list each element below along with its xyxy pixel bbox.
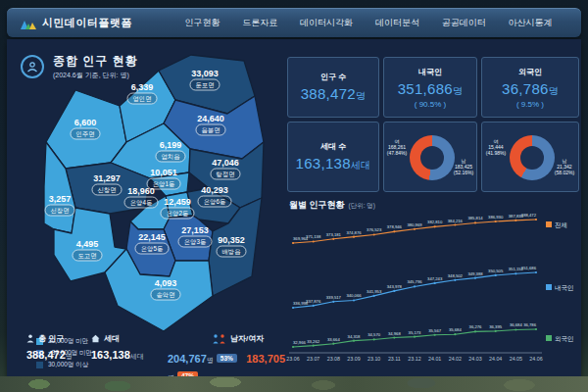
x-tick-label: 23.09 — [347, 356, 360, 362]
svg-text:349,388: 349,388 — [467, 271, 483, 276]
svg-text:36,276: 36,276 — [469, 324, 482, 329]
asan-region-map: 6,600인주면 6,339영인면 33,093둔포면 24,640음봉면 6,… — [13, 49, 277, 343]
series-외국인: 32,96633,26233,66434,31834,57034,96835,1… — [292, 322, 537, 348]
donut-card-foreigners-gender: 여15,444(41.98%) 남21,342(58.02%) — [481, 122, 579, 192]
svg-text:350,505: 350,505 — [488, 269, 504, 273]
svg-text:34,570: 34,570 — [368, 332, 380, 337]
platform-logo[interactable]: 시민데이터플랫폼 — [21, 16, 168, 30]
legend-내국인: 내국인 — [546, 284, 574, 291]
svg-text:24,640: 24,640 — [197, 114, 224, 123]
svg-text:신창면: 신창면 — [98, 186, 117, 194]
card-population-total: 인구 수 388,472명 — [287, 57, 379, 118]
nav-item-population[interactable]: 인구현황 — [184, 17, 220, 29]
svg-text:12,459: 12,459 — [164, 197, 191, 207]
nav-menu: 인구현황 드론자료 데이터시각화 데이터분석 공공데이터 아산시통계 — [168, 17, 581, 29]
household-icon — [91, 334, 100, 343]
svg-text:온양6동: 온양6동 — [204, 198, 225, 206]
svg-text:36,786: 36,786 — [523, 322, 536, 327]
svg-text:27,153: 27,153 — [181, 225, 209, 235]
nav-item-asan-stats[interactable]: 아산시통계 — [509, 17, 553, 29]
nav-item-visualization[interactable]: 데이터시각화 — [300, 17, 353, 29]
series-전체: 369,964371,138373,181374,876376,523378,9… — [292, 213, 537, 244]
foreigners-male-label: 남21,342(58.02%) — [552, 158, 577, 175]
svg-text:340,066: 340,066 — [346, 293, 362, 298]
x-tick-label: 23.11 — [388, 356, 401, 362]
svg-text:6,600: 6,600 — [74, 118, 97, 127]
svg-text:22,145: 22,145 — [138, 232, 166, 242]
card-foreigners-percent: ( 9.5% ) — [516, 100, 544, 109]
svg-text:339,517: 339,517 — [326, 295, 342, 300]
svg-text:도고면: 도고면 — [78, 252, 97, 259]
nationals-female-label: 여168,261(47.84%) — [384, 138, 410, 156]
svg-text:385,814: 385,814 — [467, 216, 483, 220]
nav-item-drone[interactable]: 드론자료 — [242, 17, 277, 29]
total-population-value: 388,472명 — [26, 349, 91, 362]
male-female-icon — [213, 334, 226, 344]
male-value: 204,767명 — [168, 353, 214, 365]
household-label: 세대 — [104, 333, 120, 344]
x-tick-label: 23.08 — [327, 356, 340, 362]
card-households-title: 세대 수 — [320, 141, 346, 152]
card-nationals-title: 내국인 — [418, 67, 442, 77]
svg-text:35,173: 35,173 — [409, 330, 421, 335]
x-tick-label: 24.05 — [510, 356, 522, 362]
svg-text:388,472: 388,472 — [521, 213, 537, 218]
x-tick-label: 24.06 — [529, 356, 542, 362]
household-value: 163,138세대 — [91, 349, 168, 362]
svg-text:18,960: 18,960 — [127, 186, 155, 196]
total-population-icon — [26, 334, 34, 343]
svg-text:6,199: 6,199 — [160, 140, 182, 150]
svg-text:386,930: 386,930 — [488, 215, 504, 220]
svg-text:33,262: 33,262 — [307, 339, 319, 344]
svg-text:온양3동: 온양3동 — [184, 238, 206, 246]
svg-text:345,796: 345,796 — [407, 279, 422, 284]
svg-text:10,051: 10,051 — [150, 168, 177, 177]
svg-text:380,969: 380,969 — [407, 222, 422, 227]
male-percent-badge: 53% — [217, 354, 237, 363]
nav-item-opendata[interactable]: 공공데이터 — [442, 17, 486, 29]
card-households-value: 163,138세대 — [296, 155, 371, 172]
svg-text:온양2동: 온양2동 — [167, 210, 188, 218]
svg-text:351,686: 351,686 — [521, 266, 537, 270]
logo-icon — [21, 17, 36, 30]
svg-text:337,876: 337,876 — [306, 299, 321, 304]
foreigners-gender-donut — [510, 135, 555, 180]
svg-text:탕정면: 탕정면 — [217, 171, 235, 178]
platform-logo-text: 시민데이터플랫폼 — [42, 16, 132, 30]
x-tick-label: 24.03 — [468, 356, 481, 362]
svg-text:온양4동: 온양4동 — [130, 199, 152, 207]
svg-text:373,181: 373,181 — [326, 232, 342, 237]
svg-text:전체: 전체 — [555, 221, 567, 228]
card-foreigners: 외국인 36,786명 ( 9.5% ) — [481, 57, 579, 118]
svg-text:384,216: 384,216 — [448, 219, 464, 223]
card-households: 세대 수 163,138세대 — [287, 122, 379, 192]
card-population-total-title: 인구 수 — [320, 72, 346, 82]
x-tick-label: 24.04 — [489, 356, 502, 362]
male-female-label: 남자/여자 — [230, 333, 264, 344]
svg-text:34,318: 34,318 — [348, 334, 361, 339]
svg-text:382,810: 382,810 — [427, 220, 443, 224]
svg-text:34,968: 34,968 — [388, 331, 401, 336]
series-내국인: 336,998337,876339,517340,066341,953343,9… — [292, 266, 537, 309]
legend-전체: 전체 — [546, 221, 567, 228]
total-population-label: 총 인구 — [38, 333, 64, 344]
svg-text:온양5동: 온양5동 — [141, 245, 163, 253]
x-tick-label: 24.02 — [449, 356, 462, 362]
background-photo-strip — [0, 376, 588, 392]
svg-text:4,495: 4,495 — [76, 239, 99, 249]
svg-text:배방읍: 배방읍 — [222, 248, 241, 256]
card-foreigners-title: 외국인 — [518, 67, 542, 77]
svg-text:348,502: 348,502 — [448, 273, 464, 278]
svg-text:송악면: 송악면 — [157, 291, 175, 298]
nav-item-analysis[interactable]: 데이터분석 — [375, 17, 419, 29]
card-nationals: 내국인 351,686명 ( 90.5% ) — [383, 57, 477, 118]
svg-text:인주면: 인주면 — [76, 130, 95, 137]
svg-text:40,293: 40,293 — [201, 185, 228, 195]
svg-text:31,297: 31,297 — [93, 173, 121, 183]
svg-text:36,684: 36,684 — [510, 322, 522, 327]
svg-text:영인면: 영인면 — [133, 95, 152, 103]
svg-text:36,395: 36,395 — [489, 324, 502, 329]
nationals-gender-donut — [410, 135, 455, 180]
card-population-total-value: 388,472명 — [301, 85, 367, 103]
svg-text:371,138: 371,138 — [306, 234, 321, 239]
